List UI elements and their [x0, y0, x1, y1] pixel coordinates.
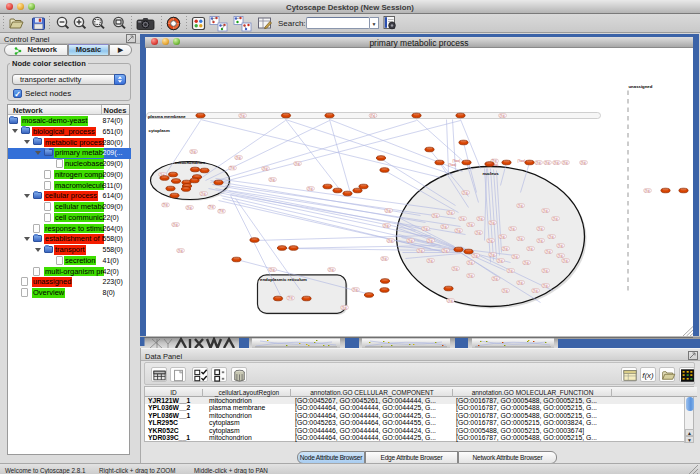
svg-text:(Yxxx): (Yxxx) [490, 162, 498, 166]
svg-text:(Yx): (Yx) [307, 186, 312, 190]
svg-text:(Yx): (Yx) [462, 190, 467, 194]
svg-text:(Yx): (Yx) [499, 234, 504, 238]
svg-text:(Yx): (Yx) [548, 234, 553, 238]
svg-text:(Yx): (Yx) [553, 160, 558, 164]
svg-text:(Yx): (Yx) [417, 248, 422, 252]
svg-text:(Yx): (Yx) [475, 230, 480, 234]
svg-text:(Yx): (Yx) [387, 238, 392, 242]
svg-text:(Yx): (Yx) [455, 228, 460, 232]
svg-text:(Yx): (Yx) [472, 253, 477, 257]
svg-text:(Yx): (Yx) [499, 113, 504, 117]
svg-text:(Yx): (Yx) [542, 208, 547, 212]
svg-text:(Yx): (Yx) [537, 238, 542, 242]
svg-text:plasma membrane: plasma membrane [148, 113, 186, 118]
svg-text:(Yx): (Yx) [545, 249, 550, 253]
svg-text:(Yx): (Yx) [507, 268, 512, 272]
svg-text:(Yx): (Yx) [562, 160, 567, 164]
svg-text:(Yx): (Yx) [447, 210, 452, 214]
svg-text:cytoplasm: cytoplasm [148, 127, 169, 132]
svg-text:(Yx): (Yx) [542, 268, 547, 272]
svg-text:(Yx): (Yx) [459, 216, 464, 220]
svg-text:(Yx): (Yx) [341, 305, 346, 309]
svg-text:(Yx): (Yx) [527, 246, 532, 250]
svg-text:(Yx): (Yx) [385, 208, 390, 212]
svg-text:(Yx): (Yx) [294, 161, 299, 165]
svg-text:(Yx): (Yx) [381, 256, 386, 260]
svg-text:(Yx): (Yx) [492, 276, 497, 280]
svg-text:(Yx): (Yx) [537, 226, 542, 230]
svg-text:(Yx): (Yx) [467, 273, 472, 277]
svg-text:(Yx): (Yx) [162, 203, 167, 207]
svg-text:(Yx): (Yx) [512, 254, 517, 258]
svg-text:(Yx): (Yx) [489, 220, 494, 224]
svg-text:unassigned: unassigned [628, 83, 652, 88]
svg-text:(Yx): (Yx) [269, 267, 274, 271]
svg-text:(Yx): (Yx) [352, 287, 357, 291]
svg-text:(Yx): (Yx) [370, 113, 375, 117]
svg-text:(Yx): (Yx) [328, 267, 333, 271]
svg-text:(Yx): (Yx) [441, 224, 446, 228]
svg-text:(Yx): (Yx) [208, 205, 213, 209]
svg-text:(Yx): (Yx) [467, 260, 472, 264]
svg-text:(Yx): (Yx) [383, 223, 388, 227]
svg-text:(Yx): (Yx) [542, 283, 547, 287]
svg-text:(Yx): (Yx) [517, 236, 522, 240]
svg-text:(Yx): (Yx) [502, 288, 507, 292]
svg-text:(Yx): (Yx) [452, 266, 457, 270]
svg-text:(Yx): (Yx) [229, 166, 234, 170]
svg-text:(Yx): (Yx) [487, 238, 492, 242]
svg-text:(Yx): (Yx) [489, 252, 494, 256]
svg-text:(Yx): (Yx) [509, 226, 514, 230]
svg-text:(Yx): (Yx) [239, 113, 244, 117]
svg-text:(Yx): (Yx) [427, 258, 432, 262]
svg-text:(Yx): (Yx) [523, 260, 528, 264]
svg-text:(Yx): (Yx) [497, 258, 502, 262]
svg-text:(Yx): (Yx) [177, 248, 182, 252]
svg-text:(Yx): (Yx) [580, 160, 585, 164]
svg-text:(Yxxx): (Yxxx) [517, 158, 525, 162]
svg-text:(Yx): (Yx) [262, 166, 267, 170]
svg-text:(Yx): (Yx) [172, 222, 177, 226]
svg-text:(Yx): (Yx) [477, 216, 482, 220]
svg-text:(Yx): (Yx) [186, 205, 191, 209]
svg-text:(Yx): (Yx) [422, 226, 427, 230]
svg-text:endoplasmic reticulum: endoplasmic reticulum [260, 277, 307, 282]
svg-text:(Yx): (Yx) [427, 238, 432, 242]
svg-text:(Yx): (Yx) [432, 213, 437, 217]
svg-text:(Yx): (Yx) [447, 298, 452, 302]
svg-text:(Yx): (Yx) [562, 258, 567, 262]
svg-text:(Yx): (Yx) [200, 191, 205, 195]
svg-text:(Yx): (Yx) [544, 160, 549, 164]
svg-text:(Yx): (Yx) [467, 222, 472, 226]
svg-text:nucleus: nucleus [482, 170, 499, 175]
svg-text:(Yx): (Yx) [269, 177, 274, 181]
svg-text:(Yx): (Yx) [517, 280, 522, 284]
svg-text:(Yx): (Yx) [407, 238, 412, 242]
svg-text:(Yx): (Yx) [190, 149, 195, 153]
svg-text:(Yx): (Yx) [502, 246, 507, 250]
svg-text:(Yx): (Yx) [644, 188, 649, 192]
svg-text:(Yx): (Yx) [235, 155, 240, 159]
svg-text:(Yx): (Yx) [218, 209, 223, 213]
svg-text:mitochondrion: mitochondrion [174, 159, 204, 164]
svg-text:(Yx): (Yx) [517, 203, 522, 207]
svg-text:(Yx): (Yx) [287, 296, 292, 300]
svg-text:(Yx): (Yx) [552, 216, 557, 220]
svg-text:(Yx): (Yx) [442, 248, 447, 252]
svg-text:(Yx): (Yx) [532, 288, 537, 292]
svg-text:(Yxxx): (Yxxx) [448, 162, 456, 166]
svg-text:(Yx): (Yx) [557, 253, 562, 257]
svg-text:(Yxxx): (Yxxx) [452, 158, 460, 162]
svg-text:(Yx): (Yx) [557, 243, 562, 247]
svg-text:(Yx): (Yx) [535, 160, 540, 164]
